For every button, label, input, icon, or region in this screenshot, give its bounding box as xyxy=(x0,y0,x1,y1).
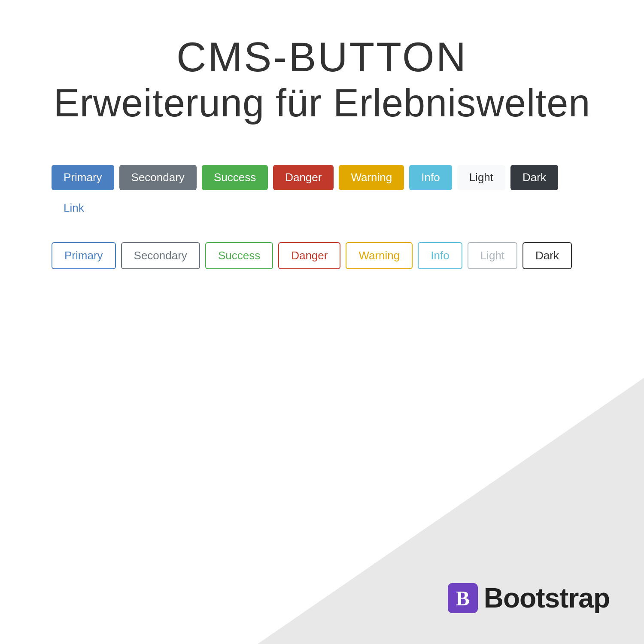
btn-outline-dark[interactable]: Dark xyxy=(522,242,572,269)
btn-solid-success[interactable]: Success xyxy=(202,165,268,190)
bootstrap-b-icon: B xyxy=(448,583,478,613)
btn-solid-danger[interactable]: Danger xyxy=(273,165,334,190)
btn-outline-light[interactable]: Light xyxy=(468,242,517,269)
btn-solid-dark[interactable]: Dark xyxy=(510,165,558,190)
outline-button-group: PrimarySecondarySuccessDangerWarningInfo… xyxy=(39,242,605,269)
title-line1: CMS-BUTTON xyxy=(39,34,605,80)
btn-solid-primary[interactable]: Primary xyxy=(52,165,114,190)
btn-solid-warning[interactable]: Warning xyxy=(339,165,404,190)
header-section: CMS-BUTTON Erweiterung für Erlebniswelte… xyxy=(39,34,605,126)
bootstrap-label: Bootstrap xyxy=(484,582,610,614)
btn-outline-info[interactable]: Info xyxy=(418,242,462,269)
solid-button-group: PrimarySecondarySuccessDangerWarningInfo… xyxy=(39,165,605,221)
btn-solid-light[interactable]: Light xyxy=(457,165,505,190)
btn-outline-warning[interactable]: Warning xyxy=(346,242,413,269)
btn-outline-danger[interactable]: Danger xyxy=(278,242,340,269)
btn-outline-primary[interactable]: Primary xyxy=(52,242,116,269)
btn-outline-success[interactable]: Success xyxy=(205,242,273,269)
title-line2: Erweiterung für Erlebniswelten xyxy=(39,80,605,126)
page-content: CMS-BUTTON Erweiterung für Erlebniswelte… xyxy=(0,0,644,325)
btn-outline-secondary[interactable]: Secondary xyxy=(121,242,200,269)
btn-solid-info[interactable]: Info xyxy=(409,165,452,190)
bootstrap-badge: B Bootstrap xyxy=(448,582,610,614)
btn-solid-link[interactable]: Link xyxy=(52,195,96,221)
btn-solid-secondary[interactable]: Secondary xyxy=(119,165,197,190)
